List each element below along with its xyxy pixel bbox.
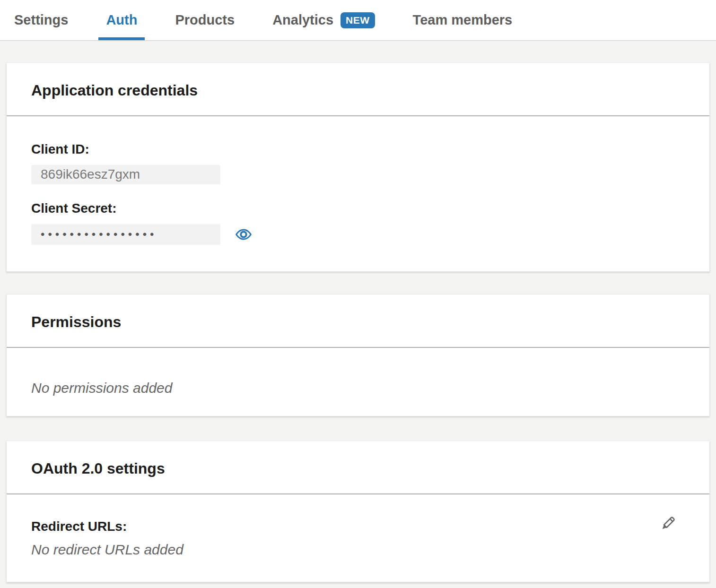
permissions-empty-text: No permissions added bbox=[31, 380, 685, 396]
tab-auth[interactable]: Auth bbox=[98, 0, 145, 40]
credentials-body: Client ID: 869ik66esz7gxm Client Secret:… bbox=[7, 116, 709, 245]
permissions-header: Permissions bbox=[7, 294, 709, 347]
reveal-secret-button[interactable] bbox=[234, 225, 253, 244]
tab-analytics[interactable]: Analytics NEW bbox=[265, 0, 382, 40]
application-credentials-header: Application credentials bbox=[7, 63, 709, 115]
application-credentials-title: Application credentials bbox=[31, 82, 685, 99]
tab-analytics-label: Analytics bbox=[272, 12, 333, 28]
oauth-settings-header: OAuth 2.0 settings bbox=[7, 441, 709, 493]
client-secret-field[interactable]: •••••••••••••••• bbox=[31, 224, 220, 245]
redirect-urls-empty-text: No redirect URLs added bbox=[31, 542, 183, 558]
permissions-title: Permissions bbox=[31, 313, 685, 331]
tab-bar: Settings Auth Products Analytics NEW Tea… bbox=[0, 0, 716, 41]
client-secret-row: •••••••••••••••• bbox=[31, 224, 685, 245]
new-badge: NEW bbox=[341, 12, 375, 28]
oauth-settings-body: Redirect URLs: No redirect URLs added bbox=[7, 494, 709, 558]
pencil-icon bbox=[659, 513, 679, 533]
tab-settings-label: Settings bbox=[14, 12, 68, 28]
oauth-settings-title: OAuth 2.0 settings bbox=[31, 460, 685, 477]
tab-team-members[interactable]: Team members bbox=[405, 0, 520, 40]
redirect-urls-section: Redirect URLs: No redirect URLs added bbox=[31, 519, 183, 558]
main-content: Application credentials Client ID: 869ik… bbox=[0, 62, 716, 582]
eye-icon bbox=[235, 226, 252, 243]
permissions-body: No permissions added bbox=[7, 348, 709, 396]
permissions-card: Permissions No permissions added bbox=[6, 294, 710, 416]
client-secret-label: Client Secret: bbox=[31, 201, 685, 216]
oauth-settings-card: OAuth 2.0 settings Redirect URLs: No red… bbox=[6, 441, 710, 582]
client-secret-masked-value: •••••••••••••••• bbox=[41, 228, 157, 241]
application-credentials-card: Application credentials Client ID: 869ik… bbox=[6, 62, 710, 272]
tab-auth-label: Auth bbox=[106, 12, 137, 28]
tab-products[interactable]: Products bbox=[167, 0, 242, 40]
client-id-field[interactable]: 869ik66esz7gxm bbox=[31, 165, 220, 184]
client-id-value: 869ik66esz7gxm bbox=[41, 167, 140, 182]
client-id-label: Client ID: bbox=[31, 142, 685, 157]
tab-products-label: Products bbox=[175, 12, 235, 28]
tab-settings[interactable]: Settings bbox=[7, 0, 76, 40]
redirect-urls-label: Redirect URLs: bbox=[31, 519, 183, 534]
edit-redirect-urls-button[interactable] bbox=[657, 511, 680, 534]
tab-team-members-label: Team members bbox=[413, 12, 513, 28]
